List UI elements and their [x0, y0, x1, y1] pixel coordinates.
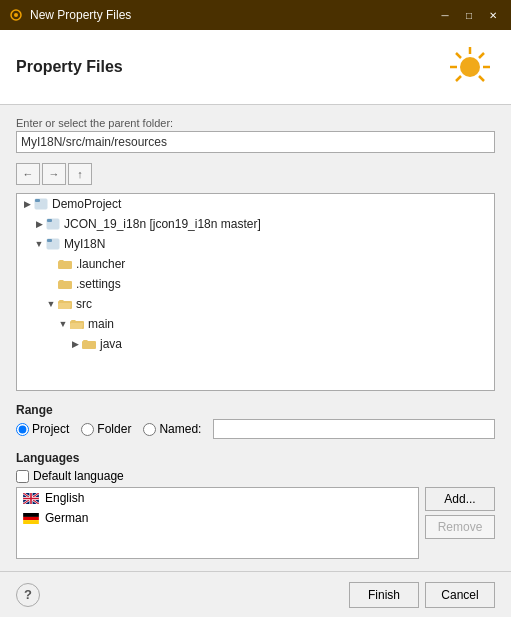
header-area: Property Files	[0, 30, 511, 105]
tree-scroll[interactable]: ▶ DemoProject ▶ JCON_19_i18n [jcon19_i18…	[17, 194, 494, 390]
languages-list-area: English German Add... Remove	[16, 487, 495, 559]
language-list[interactable]: English German	[16, 487, 419, 559]
languages-label: Languages	[16, 451, 495, 465]
range-radio-group: Project Folder Named:	[16, 419, 495, 439]
app-icon	[8, 7, 24, 23]
tree-toggle[interactable]: ▼	[57, 319, 69, 329]
tree-toggle[interactable]: ▶	[21, 199, 33, 209]
tree-item[interactable]: ▼ src	[17, 294, 494, 314]
tree-toggle[interactable]: ▶	[69, 339, 81, 349]
folder-open-icon	[69, 316, 85, 332]
languages-section: Languages Default language	[16, 447, 495, 559]
tree-label: java	[100, 337, 122, 351]
intellij-logo	[445, 42, 495, 92]
tree-item[interactable]: ▶ java	[17, 334, 494, 354]
dialog-title: Property Files	[16, 58, 123, 76]
tree-toggle[interactable]: ▶	[33, 219, 45, 229]
tree-label: JCON_19_i18n [jcon19_i18n master]	[64, 217, 261, 231]
range-named-radio[interactable]	[143, 423, 156, 436]
content-area: Enter or select the parent folder: ← → ↑…	[0, 105, 511, 571]
nav-buttons: ← → ↑	[16, 163, 495, 185]
help-button[interactable]: ?	[16, 583, 40, 607]
svg-line-8	[456, 53, 461, 58]
svg-point-3	[460, 57, 480, 77]
footer-right: Finish Cancel	[349, 582, 495, 608]
tree-toggle[interactable]: ▼	[45, 299, 57, 309]
svg-rect-20	[23, 520, 39, 524]
range-named-option[interactable]: Named:	[143, 422, 201, 436]
remove-language-button[interactable]: Remove	[425, 515, 495, 539]
range-folder-option[interactable]: Folder	[81, 422, 131, 436]
range-section: Range Project Folder Named:	[16, 399, 495, 439]
default-language-checkbox[interactable]	[16, 470, 29, 483]
svg-rect-19	[23, 516, 39, 519]
folder-input[interactable]	[16, 131, 495, 153]
tree-item[interactable]: .settings	[17, 274, 494, 294]
language-label-de: German	[45, 511, 88, 525]
folder-open-icon	[57, 296, 73, 312]
project-icon	[33, 196, 49, 212]
cancel-button[interactable]: Cancel	[425, 582, 495, 608]
range-named-label: Named:	[159, 422, 201, 436]
tree-label: .launcher	[76, 257, 125, 271]
add-language-button[interactable]: Add...	[425, 487, 495, 511]
tree-toggle	[45, 279, 57, 289]
svg-line-7	[479, 76, 484, 81]
tree-item[interactable]: ▼ main	[17, 314, 494, 334]
folder-icon	[57, 276, 73, 292]
close-button[interactable]: ✕	[483, 7, 503, 23]
svg-rect-18	[23, 513, 39, 517]
default-language-label: Default language	[33, 469, 124, 483]
language-label-en: English	[45, 491, 84, 505]
folder-icon	[81, 336, 97, 352]
svg-point-2	[14, 13, 18, 17]
range-project-option[interactable]: Project	[16, 422, 69, 436]
nav-up-button[interactable]: ↑	[68, 163, 92, 185]
default-language-option[interactable]: Default language	[16, 469, 495, 483]
window-title: New Property Files	[30, 8, 429, 22]
svg-line-10	[456, 76, 461, 81]
dialog-footer: ? Finish Cancel	[0, 571, 511, 617]
project-icon	[45, 236, 61, 252]
flag-en-icon	[23, 493, 39, 504]
range-folder-label: Folder	[97, 422, 131, 436]
svg-line-5	[479, 53, 484, 58]
tree-label: src	[76, 297, 92, 311]
nav-back-button[interactable]: ←	[16, 163, 40, 185]
dialog-body: Property Files Enter or select the paren…	[0, 30, 511, 617]
language-buttons: Add... Remove	[425, 487, 495, 559]
tree-item[interactable]: ▼ MyI18N	[17, 234, 494, 254]
maximize-button[interactable]: □	[459, 7, 479, 23]
range-folder-radio[interactable]	[81, 423, 94, 436]
range-label: Range	[16, 403, 495, 417]
svg-rect-12	[35, 199, 40, 202]
tree-item[interactable]: ▶ DemoProject	[17, 194, 494, 214]
tree-toggle	[45, 259, 57, 269]
minimize-button[interactable]: ─	[435, 7, 455, 23]
project-icon	[45, 216, 61, 232]
range-project-radio[interactable]	[16, 423, 29, 436]
language-item-de[interactable]: German	[17, 508, 418, 528]
folder-icon	[57, 256, 73, 272]
tree-label: .settings	[76, 277, 121, 291]
tree-item[interactable]: .launcher	[17, 254, 494, 274]
tree-label: DemoProject	[52, 197, 121, 211]
flag-de-icon	[23, 513, 39, 524]
language-item-en[interactable]: English	[17, 488, 418, 508]
tree-label: MyI18N	[64, 237, 105, 251]
range-named-input[interactable]	[213, 419, 495, 439]
svg-rect-14	[47, 219, 52, 222]
folder-label: Enter or select the parent folder:	[16, 117, 495, 129]
tree-container: ▶ DemoProject ▶ JCON_19_i18n [jcon19_i18…	[16, 193, 495, 391]
window-controls: ─ □ ✕	[435, 7, 503, 23]
tree-item[interactable]: ▶ JCON_19_i18n [jcon19_i18n master]	[17, 214, 494, 234]
finish-button[interactable]: Finish	[349, 582, 419, 608]
range-project-label: Project	[32, 422, 69, 436]
tree-label: main	[88, 317, 114, 331]
nav-forward-button[interactable]: →	[42, 163, 66, 185]
svg-rect-16	[47, 239, 52, 242]
folder-section: Enter or select the parent folder:	[16, 117, 495, 153]
footer-left: ?	[16, 583, 40, 607]
titlebar: New Property Files ─ □ ✕	[0, 0, 511, 30]
tree-toggle[interactable]: ▼	[33, 239, 45, 249]
